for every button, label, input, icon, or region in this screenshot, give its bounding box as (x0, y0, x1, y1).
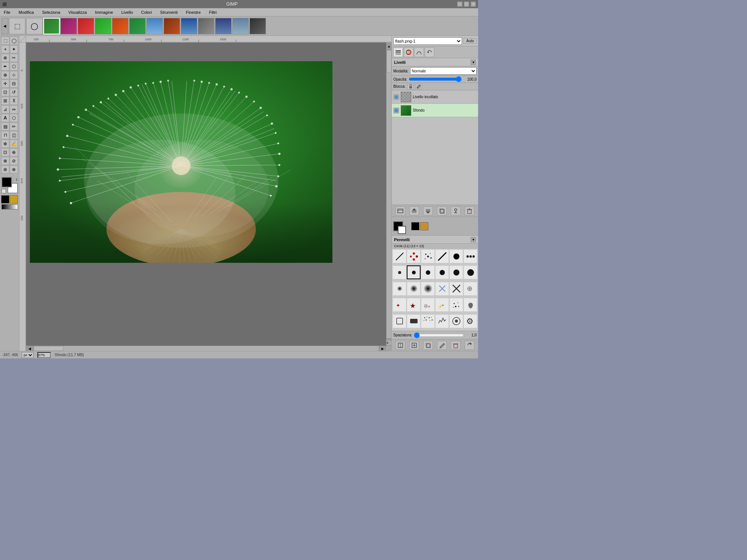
swap-colors-icon[interactable]: ↕ (16, 177, 18, 181)
brush-dots-row[interactable] (464, 249, 477, 263)
fg-color-swatch[interactable] (393, 221, 403, 231)
tab-paths[interactable] (414, 47, 424, 57)
layer-item-pasted[interactable]: Livello incollato (392, 90, 478, 104)
canvas-resize-handle[interactable]: + (386, 340, 391, 346)
menu-select[interactable]: Seleziona (40, 9, 62, 15)
menu-colors[interactable]: Colori (139, 9, 154, 15)
new-brush-button[interactable] (409, 341, 419, 350)
thumb-image-leaf[interactable] (129, 18, 146, 34)
menu-windows[interactable]: Finestre (184, 9, 203, 15)
tab-layers[interactable] (393, 47, 403, 57)
tool-rect-select[interactable]: ⬚ (1, 37, 9, 45)
brush-circle13[interactable] (421, 265, 435, 279)
delete-brush-button[interactable] (451, 341, 461, 350)
tab-undo[interactable] (425, 47, 434, 57)
layer-eye-sfondo[interactable] (393, 108, 399, 113)
thumb-prev-button[interactable]: ◀ (1, 18, 8, 34)
brush-scatter[interactable] (421, 249, 435, 263)
tool-blend[interactable]: ▤ (1, 122, 9, 131)
brush-irregular2[interactable] (449, 314, 463, 328)
brush-dense[interactable] (421, 314, 435, 328)
scroll-right-arrow[interactable]: ▶ (379, 346, 386, 351)
brush-star1[interactable] (407, 249, 421, 263)
tool-eraser[interactable]: ◫ (10, 131, 18, 139)
tool-flip[interactable]: ⇔ (10, 105, 18, 113)
scroll-up-arrow[interactable]: ▲ (387, 43, 391, 50)
tool-scissors[interactable]: ✂ (10, 54, 18, 62)
scrollbar-bottom[interactable]: ◀ ▶ (26, 346, 386, 351)
menu-tools[interactable]: Strumenti (158, 9, 180, 15)
tool-paths[interactable]: ✒ (1, 62, 9, 71)
scroll-thumb-h[interactable] (34, 346, 63, 351)
black-color[interactable] (411, 222, 419, 230)
brush-crosshatch[interactable]: ⊕ (464, 282, 477, 296)
tool-align[interactable]: ⊟ (10, 80, 18, 88)
thumb-image-flower1[interactable] (61, 18, 77, 34)
tool-dodge-burn[interactable]: ⊗ (1, 157, 9, 165)
thumb-tool-ellipse[interactable]: ◯ (26, 18, 43, 34)
canvas-image[interactable] (30, 61, 332, 263)
lock-pixels-button[interactable] (407, 84, 414, 90)
tool-fuzzy-select[interactable]: ✦ (10, 45, 18, 53)
thumb-image-flower2[interactable] (78, 18, 94, 34)
tool-clone[interactable]: ⊡ (1, 148, 9, 156)
brush-texture1[interactable]: ◎+ (421, 298, 435, 312)
brush-bigdot[interactable] (449, 249, 463, 263)
brush-circle19[interactable] (449, 265, 463, 279)
orange-color[interactable] (420, 222, 428, 230)
canvas-area[interactable]: 250 500 750 1000 1250 1500 0 025 050 (19, 36, 391, 351)
thumb-image-sky[interactable] (146, 18, 163, 34)
gradient-swatch[interactable] (1, 204, 18, 209)
menu-layer[interactable]: Livello (119, 9, 135, 15)
brush-r2[interactable] (407, 314, 421, 328)
duplicate-layer-button[interactable] (437, 206, 447, 215)
close-button[interactable]: × (471, 1, 476, 7)
auto-button[interactable]: Auto (464, 38, 477, 44)
tool-airbrush[interactable]: ⊕ (1, 140, 9, 148)
thumb-image-water[interactable] (181, 18, 197, 34)
lower-layer-button[interactable] (423, 206, 433, 215)
tool-ellipse-select[interactable]: ◯ (10, 37, 18, 45)
brush-slash[interactable] (393, 249, 406, 263)
layer-item-sfondo[interactable]: Sfondo (392, 104, 478, 117)
maximize-button[interactable]: □ (464, 1, 469, 7)
brush-star3[interactable]: ★ (407, 298, 421, 312)
foreground-color[interactable] (1, 177, 12, 187)
brush-x2[interactable] (449, 282, 463, 296)
scrollbar-right[interactable]: ▲ ▼ (386, 43, 391, 346)
thumb-image-gray[interactable] (198, 18, 214, 34)
anchor-layer-button[interactable] (451, 206, 461, 215)
brush-circle11[interactable] (407, 265, 421, 279)
tool-paintbrush[interactable]: ⊓ (1, 131, 9, 139)
thumb-image-dandelion[interactable] (43, 18, 60, 34)
menu-view[interactable]: Visualizza (66, 9, 89, 15)
new-layer-group-button[interactable] (396, 206, 405, 215)
tab-channels[interactable] (404, 47, 413, 57)
layers-collapse-button[interactable]: ▾ (471, 60, 476, 65)
canvas-viewport[interactable] (26, 43, 386, 346)
thumb-image-mountain[interactable] (232, 18, 249, 34)
menu-file[interactable]: File (1, 9, 13, 15)
bg-color-swatch[interactable] (398, 226, 406, 234)
brush-x1[interactable] (435, 282, 449, 296)
tool-color-picker[interactable]: ⊕ (10, 165, 18, 174)
layer-eye-pasted[interactable] (393, 94, 399, 100)
tool-text[interactable]: A (1, 114, 9, 122)
tool-move[interactable]: ✛ (1, 80, 9, 88)
menu-image[interactable]: Immagine (93, 9, 115, 15)
brush-soft2[interactable] (407, 282, 421, 296)
brush-soft1[interactable] (393, 282, 406, 296)
reset-colors-button[interactable] (1, 189, 6, 193)
corner-resize[interactable] (386, 346, 391, 351)
tool-perspective[interactable]: ⊿ (1, 105, 9, 113)
raise-layer-button[interactable] (409, 206, 419, 215)
scroll-left-arrow[interactable]: ◀ (26, 346, 34, 351)
menu-filters[interactable]: Filtri (207, 9, 219, 15)
spacing-slider[interactable] (414, 333, 464, 337)
thumb-tool-rect[interactable]: ⬚ (9, 18, 25, 34)
brush-sm1[interactable] (393, 265, 406, 279)
brush-diagonal[interactable] (435, 249, 449, 263)
tool-smudge[interactable]: ⊘ (10, 157, 18, 165)
mode-dropdown[interactable]: Normale (410, 67, 477, 75)
thumb-image-flower4[interactable] (112, 18, 128, 34)
